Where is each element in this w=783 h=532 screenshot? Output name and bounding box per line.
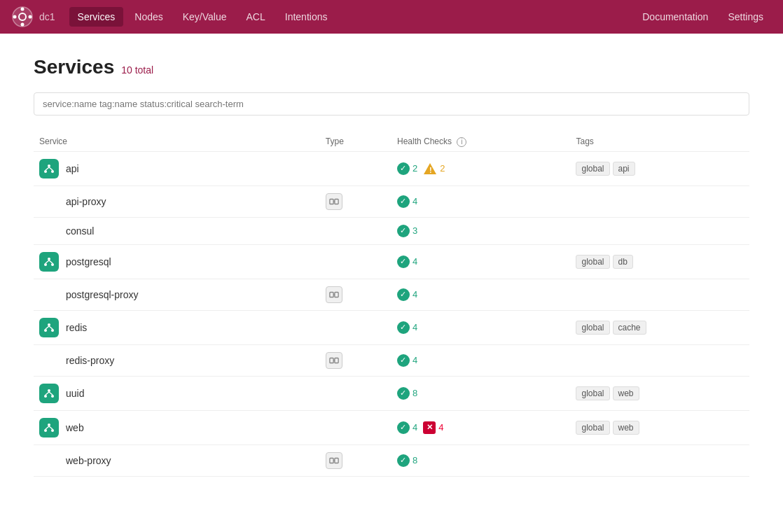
pass-icon: ✓ bbox=[397, 421, 410, 434]
svg-line-20 bbox=[49, 260, 53, 263]
service-type-icon bbox=[39, 384, 59, 403]
service-type-icon bbox=[39, 159, 59, 178]
nav-intentions[interactable]: Intentions bbox=[277, 7, 336, 27]
pass-count: 2 bbox=[413, 163, 417, 174]
service-name-label: consul bbox=[66, 225, 94, 237]
proxy-type-icon bbox=[326, 286, 342, 303]
svg-point-17 bbox=[44, 263, 47, 266]
service-type-cell bbox=[320, 217, 392, 244]
service-name-label: postgresql-proxy bbox=[66, 289, 139, 300]
col-header-tags: Tags bbox=[570, 132, 749, 151]
page-header: Services 10 total bbox=[34, 56, 749, 78]
nav-nodes[interactable]: Nodes bbox=[126, 7, 171, 27]
proxy-type-icon bbox=[326, 452, 342, 469]
pass-icon: ✓ bbox=[397, 162, 410, 175]
tag-badge: global bbox=[576, 255, 609, 269]
svg-line-27 bbox=[46, 326, 49, 329]
nav-settings[interactable]: Settings bbox=[719, 7, 772, 27]
services-table: Service Type Health Checks i Tags api✓2 … bbox=[34, 132, 749, 477]
health-pass-item: ✓2 bbox=[397, 162, 417, 175]
health-checks-cell: ✓2 ! 2 bbox=[392, 151, 571, 186]
service-name-label: web-proxy bbox=[66, 455, 111, 466]
table-row[interactable]: redis-proxy ✓4 bbox=[34, 344, 749, 376]
table-row[interactable]: redis✓4globalcache bbox=[34, 310, 749, 344]
svg-line-41 bbox=[49, 426, 53, 429]
table-row[interactable]: postgresql-proxy ✓4 bbox=[34, 279, 749, 310]
tag-badge: db bbox=[613, 255, 633, 269]
nav-keyvalue[interactable]: Key/Value bbox=[174, 7, 235, 27]
nav-acl[interactable]: ACL bbox=[238, 7, 274, 27]
svg-point-18 bbox=[51, 263, 54, 266]
svg-point-8 bbox=[51, 170, 54, 173]
pass-count: 4 bbox=[413, 355, 417, 365]
pass-icon: ✓ bbox=[397, 454, 410, 467]
table-row[interactable]: consul✓3 bbox=[34, 217, 749, 244]
service-type-cell bbox=[320, 279, 392, 310]
svg-line-40 bbox=[46, 426, 49, 429]
crit-icon: ✕ bbox=[423, 421, 436, 434]
nav-links: Services Nodes Key/Value ACL Intentions bbox=[69, 7, 635, 27]
pass-count: 4 bbox=[413, 256, 417, 267]
health-checks-cell: ✓4 bbox=[392, 279, 571, 310]
pass-count: 8 bbox=[413, 455, 417, 465]
table-row[interactable]: web-proxy ✓8 bbox=[34, 444, 749, 476]
service-name-cell: redis-proxy bbox=[66, 355, 314, 366]
svg-point-39 bbox=[51, 429, 54, 432]
svg-point-32 bbox=[48, 389, 50, 392]
svg-text:!: ! bbox=[429, 166, 432, 174]
health-pass-item: ✓8 bbox=[397, 387, 417, 400]
svg-rect-21 bbox=[330, 292, 333, 297]
svg-rect-14 bbox=[335, 199, 338, 204]
table-row[interactable]: uuid✓8globalweb bbox=[34, 376, 749, 410]
nav-documentation[interactable]: Documentation bbox=[634, 7, 716, 27]
svg-line-19 bbox=[46, 260, 49, 263]
col-header-type: Type bbox=[320, 132, 392, 151]
main-content: Services 10 total Service Type Health Ch… bbox=[0, 34, 783, 499]
svg-point-26 bbox=[51, 329, 54, 332]
health-pass-item: ✓4 bbox=[397, 354, 417, 367]
health-info-icon: i bbox=[457, 137, 466, 147]
table-row[interactable]: postgresql✓4globaldb bbox=[34, 244, 749, 279]
service-type-cell bbox=[320, 151, 392, 186]
pass-count: 4 bbox=[413, 289, 417, 300]
table-row[interactable]: api✓2 ! 2globalapi bbox=[34, 151, 749, 186]
search-input[interactable] bbox=[34, 92, 749, 115]
svg-line-36 bbox=[49, 392, 53, 395]
svg-point-4 bbox=[13, 15, 17, 19]
svg-point-38 bbox=[44, 429, 47, 432]
svg-point-34 bbox=[51, 395, 54, 398]
svg-point-37 bbox=[48, 424, 50, 426]
health-pass-item: ✓4 bbox=[397, 195, 417, 208]
nav-services[interactable]: Services bbox=[69, 7, 124, 27]
service-name-label: web bbox=[66, 422, 84, 433]
tags-cell: globalapi bbox=[570, 151, 749, 186]
service-name-label: api bbox=[66, 163, 79, 174]
service-type-cell bbox=[320, 186, 392, 217]
consul-logo-icon bbox=[11, 6, 34, 28]
svg-rect-29 bbox=[330, 358, 333, 363]
health-pass-item: ✓3 bbox=[397, 225, 417, 237]
table-row[interactable]: api-proxy ✓4 bbox=[34, 186, 749, 217]
table-row[interactable]: web✓4✕4globalweb bbox=[34, 410, 749, 444]
health-pass-item: ✓4 bbox=[397, 288, 417, 301]
service-name-cell: api bbox=[39, 159, 314, 178]
tag-badge: global bbox=[576, 421, 609, 435]
health-checks-cell: ✓8 bbox=[392, 444, 571, 476]
service-name-cell: postgresql bbox=[39, 252, 314, 272]
health-pass-item: ✓8 bbox=[397, 454, 417, 467]
service-name-cell: api-proxy bbox=[66, 196, 314, 207]
svg-point-7 bbox=[44, 170, 47, 173]
tags-cell: globalweb bbox=[570, 410, 749, 444]
health-pass-item: ✓4 bbox=[397, 321, 417, 334]
service-name-cell: consul bbox=[66, 225, 314, 237]
tags-cell bbox=[570, 344, 749, 376]
health-checks-cell: ✓4 bbox=[392, 186, 571, 217]
tags-cell: globalcache bbox=[570, 310, 749, 344]
tag-badge: web bbox=[613, 421, 639, 435]
tags-cell bbox=[570, 186, 749, 217]
svg-line-10 bbox=[49, 167, 53, 170]
tag-badge: global bbox=[576, 162, 609, 176]
pass-icon: ✓ bbox=[397, 288, 410, 301]
svg-line-28 bbox=[49, 326, 53, 329]
dc-label: dc1 bbox=[39, 11, 55, 22]
